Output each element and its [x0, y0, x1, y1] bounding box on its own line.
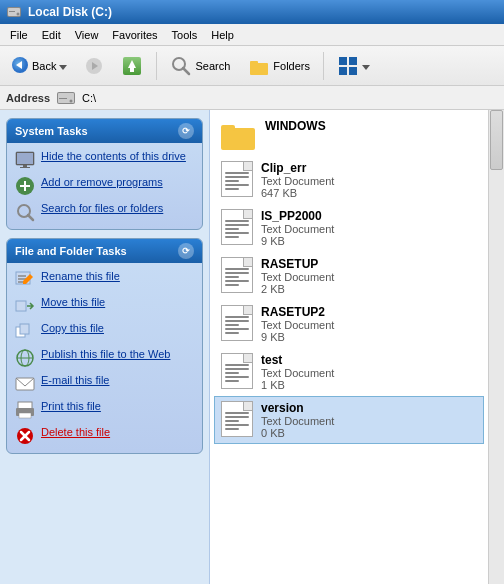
file-size-test: 1 KB	[261, 379, 334, 391]
menu-file[interactable]: File	[4, 27, 34, 43]
file-size-rasetup2: 9 KB	[261, 331, 334, 343]
svg-rect-22	[59, 98, 67, 99]
monitor-icon	[15, 150, 35, 170]
task-rename[interactable]: Rename this file	[13, 269, 196, 291]
file-name-rasetup: RASETUP	[261, 257, 334, 271]
file-size-version: 0 KB	[261, 427, 334, 439]
search-icon	[170, 55, 192, 77]
doc-icon-test	[221, 353, 253, 389]
folders-button[interactable]: Folders	[241, 51, 317, 81]
back-dropdown-arrow[interactable]	[59, 60, 67, 72]
task-rename-label: Rename this file	[41, 270, 120, 282]
menu-edit[interactable]: Edit	[36, 27, 67, 43]
menu-view[interactable]: View	[69, 27, 105, 43]
file-type-rasetup: Text Document	[261, 271, 334, 283]
toolbar-sep-1	[156, 52, 157, 80]
task-add-remove[interactable]: Add or remove programs	[13, 175, 196, 197]
system-tasks-panel: System Tasks ⟳ Hide the contents of this…	[6, 118, 203, 230]
svg-rect-36	[16, 301, 26, 311]
file-item-test[interactable]: test Text Document 1 KB	[214, 348, 484, 396]
right-content: WINDOWS Clip_err Text Document	[210, 110, 504, 584]
back-button[interactable]: Back	[4, 52, 74, 80]
task-email[interactable]: E-mail this file	[13, 373, 196, 395]
file-type-clip-err: Text Document	[261, 175, 334, 187]
add-remove-icon	[15, 176, 35, 196]
task-search-files[interactable]: Search for files or folders	[13, 201, 196, 223]
address-path: C:\	[82, 92, 96, 104]
svg-rect-18	[349, 67, 357, 75]
view-button[interactable]	[330, 51, 377, 81]
task-delete-label: Delete this file	[41, 426, 110, 438]
file-info-version: version Text Document 0 KB	[261, 401, 334, 439]
address-drive-icon	[56, 90, 76, 106]
file-size-clip-err: 647 KB	[261, 187, 334, 199]
svg-point-2	[17, 13, 20, 16]
file-info-clip-err: Clip_err Text Document 647 KB	[261, 161, 334, 199]
toolbar: Back Search	[0, 46, 504, 86]
doc-icon-rasetup	[221, 257, 253, 293]
search-files-icon	[15, 202, 35, 222]
main-area: System Tasks ⟳ Hide the contents of this…	[0, 110, 504, 584]
file-type-version: Text Document	[261, 415, 334, 427]
system-tasks-collapse[interactable]: ⟳	[178, 123, 194, 139]
file-info-test: test Text Document 1 KB	[261, 353, 334, 391]
title-bar-text: Local Disk (C:)	[28, 5, 112, 19]
svg-rect-14	[250, 61, 258, 65]
file-item-windows[interactable]: WINDOWS	[214, 114, 484, 156]
folders-icon	[248, 55, 270, 77]
search-button[interactable]: Search	[163, 51, 237, 81]
file-list: WINDOWS Clip_err Text Document	[210, 110, 504, 584]
task-hide-contents[interactable]: Hide the contents of this drive	[13, 149, 196, 171]
vertical-scrollbar[interactable]	[488, 110, 504, 584]
menu-help[interactable]: Help	[205, 27, 240, 43]
file-folder-tasks-collapse[interactable]: ⟳	[178, 243, 194, 259]
svg-rect-29	[20, 185, 30, 187]
copy-icon	[15, 322, 35, 342]
folders-label: Folders	[273, 60, 310, 72]
system-tasks-body: Hide the contents of this drive Add or r…	[7, 143, 202, 229]
back-label: Back	[32, 60, 56, 72]
file-item-is-pp2000[interactable]: IS_PP2000 Text Document 9 KB	[214, 204, 484, 252]
svg-rect-50	[221, 125, 235, 131]
svg-point-21	[70, 99, 73, 102]
task-move[interactable]: Move this file	[13, 295, 196, 317]
svg-line-12	[183, 68, 189, 74]
file-folder-tasks-header: File and Folder Tasks ⟳	[7, 239, 202, 263]
toolbar-sep-2	[323, 52, 324, 80]
file-size-rasetup: 2 KB	[261, 283, 334, 295]
file-item-clip-err[interactable]: Clip_err Text Document 647 KB	[214, 156, 484, 204]
task-email-label: E-mail this file	[41, 374, 109, 386]
task-copy[interactable]: Copy this file	[13, 321, 196, 343]
task-publish[interactable]: Publish this file to the Web	[13, 347, 196, 369]
up-button[interactable]	[114, 51, 150, 81]
harddisk-icon	[6, 4, 22, 20]
task-print-label: Print this file	[41, 400, 101, 412]
task-delete[interactable]: Delete this file	[13, 425, 196, 447]
move-icon	[15, 296, 35, 316]
menu-tools[interactable]: Tools	[166, 27, 204, 43]
svg-rect-49	[221, 128, 255, 150]
menu-favorites[interactable]: Favorites	[106, 27, 163, 43]
view-dropdown[interactable]	[362, 60, 370, 72]
task-print[interactable]: Print this file	[13, 399, 196, 421]
rename-icon	[15, 270, 35, 290]
up-arrow-icon	[121, 55, 143, 77]
svg-rect-24	[17, 153, 33, 164]
file-type-test: Text Document	[261, 367, 334, 379]
task-search-label: Search for files or folders	[41, 202, 163, 214]
system-tasks-title: System Tasks	[15, 125, 88, 137]
forward-button[interactable]	[78, 53, 110, 79]
svg-rect-45	[19, 413, 31, 418]
file-size-is-pp2000: 9 KB	[261, 235, 334, 247]
file-item-rasetup2[interactable]: RASETUP2 Text Document 9 KB	[214, 300, 484, 348]
file-item-version[interactable]: version Text Document 0 KB	[214, 396, 484, 444]
file-item-rasetup[interactable]: RASETUP Text Document 2 KB	[214, 252, 484, 300]
svg-rect-17	[339, 67, 347, 75]
file-name-test: test	[261, 353, 334, 367]
publish-icon	[15, 348, 35, 368]
doc-icon-version	[221, 401, 253, 437]
back-arrow-icon	[11, 56, 29, 76]
file-info-rasetup: RASETUP Text Document 2 KB	[261, 257, 334, 295]
scrollbar-thumb[interactable]	[490, 110, 503, 170]
task-publish-label: Publish this file to the Web	[41, 348, 170, 360]
